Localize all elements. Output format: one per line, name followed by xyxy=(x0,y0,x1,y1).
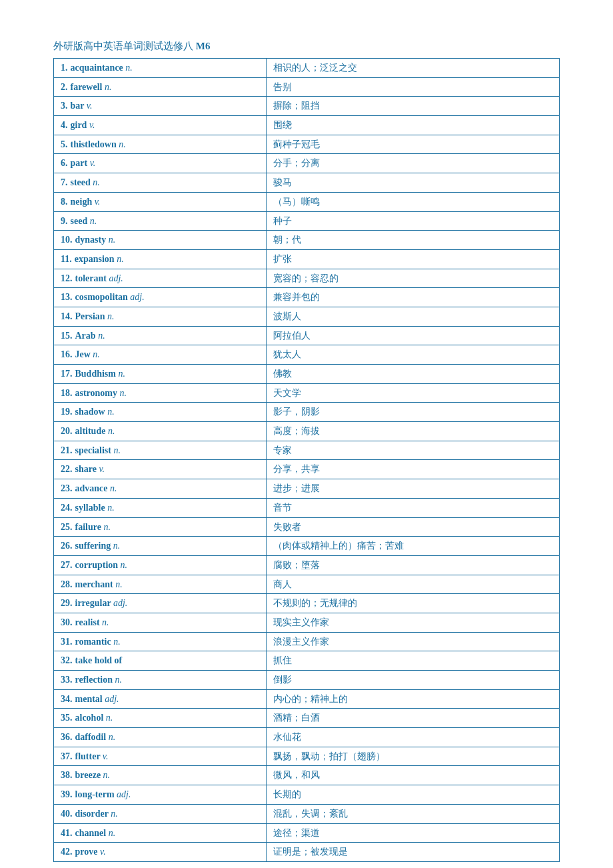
table-row: 25.failure n.失败者 xyxy=(54,517,560,537)
item-pos: n. xyxy=(109,235,116,245)
item-pos: n. xyxy=(109,828,116,838)
item-word: Jew xyxy=(75,349,93,359)
table-row: 6.part v.分手；分离 xyxy=(54,154,560,173)
item-word: farewell xyxy=(71,82,105,92)
vocab-translation: 影子，阴影 xyxy=(266,403,559,422)
vocab-translation: 水仙花 xyxy=(266,728,559,747)
table-row: 10.dynasty n.朝；代 xyxy=(54,231,560,250)
vocab-translation: 扩张 xyxy=(266,249,559,269)
item-word: share xyxy=(75,464,99,474)
table-row: 16.Jew n.犹太人 xyxy=(54,345,560,365)
item-number: 36. xyxy=(61,732,73,742)
table-row: 21.specialist n.专家 xyxy=(54,441,560,460)
table-row: 15.Arab n.阿拉伯人 xyxy=(54,326,560,345)
vocab-translation: 酒精；白酒 xyxy=(266,709,559,728)
item-word: disorder xyxy=(75,809,111,819)
vocab-translation: 高度；海拔 xyxy=(266,422,559,441)
vocab-translation: 分享，共享 xyxy=(266,460,559,479)
vocab-table: 1.acquaintance n.相识的人；泛泛之交2.farewell n.告… xyxy=(53,58,560,862)
item-pos: n. xyxy=(107,311,115,321)
vocab-entry: 18.astronomy n. xyxy=(54,383,267,403)
item-word: daffodil xyxy=(75,732,109,742)
vocab-entry: 25.failure n. xyxy=(54,517,267,537)
table-row: 14.Persian n.波斯人 xyxy=(54,307,560,326)
item-number: 9. xyxy=(61,216,68,226)
vocab-translation: 失败者 xyxy=(266,517,559,537)
item-number: 10. xyxy=(61,235,73,245)
vocab-entry: 42.prove v. xyxy=(54,843,267,862)
vocab-translation: 不规则的；无规律的 xyxy=(266,594,559,613)
table-row: 34.mental adj.内心的；精神上的 xyxy=(54,689,560,709)
item-number: 22. xyxy=(61,464,73,474)
item-word: take hold of xyxy=(75,655,123,665)
vocab-entry: 40.disorder n. xyxy=(54,804,267,823)
vocab-entry: 17.Buddhism n. xyxy=(54,365,267,384)
item-number: 6. xyxy=(61,158,68,168)
vocab-translation: 波斯人 xyxy=(266,307,559,326)
vocab-entry: 30.realist n. xyxy=(54,613,267,632)
vocab-entry: 27.corruption n. xyxy=(54,555,267,575)
vocab-translation: 告别 xyxy=(266,77,559,97)
table-row: 4.gird v.围绕 xyxy=(54,116,560,135)
item-pos: adj. xyxy=(113,598,127,608)
item-word: tolerant xyxy=(75,273,109,283)
table-row: 3.bar v.摒除；阻挡 xyxy=(54,97,560,116)
vocab-translation: 围绕 xyxy=(266,116,559,135)
item-word: thistledown xyxy=(71,139,119,149)
vocab-translation: 内心的；精神上的 xyxy=(266,689,559,709)
vocab-entry: 5.thistledown n. xyxy=(54,135,267,154)
table-row: 8.neigh v.（马）嘶鸣 xyxy=(54,192,560,211)
table-row: 11.expansion n.扩张 xyxy=(54,249,560,269)
vocab-entry: 39.long-term adj. xyxy=(54,785,267,805)
vocab-entry: 34.mental adj. xyxy=(54,689,267,709)
item-word: shadow xyxy=(75,407,108,417)
vocab-translation: 进步；进展 xyxy=(266,479,559,499)
item-word: steed xyxy=(71,177,93,187)
item-pos: v. xyxy=(100,847,106,857)
item-number: 11. xyxy=(61,254,72,264)
vocab-entry: 6.part v. xyxy=(54,154,267,173)
vocab-entry: 2.farewell n. xyxy=(54,77,267,97)
vocab-entry: 29.irregular adj. xyxy=(54,594,267,613)
item-word: merchant xyxy=(75,579,116,589)
item-word: corruption xyxy=(75,560,121,570)
item-number: 40. xyxy=(61,809,73,819)
vocab-translation: 佛教 xyxy=(266,365,559,384)
item-number: 41. xyxy=(61,828,73,838)
vocab-translation: 微风，和风 xyxy=(266,766,559,785)
item-word: suffering xyxy=(75,541,113,551)
item-number: 42. xyxy=(61,847,73,857)
item-word: romantic xyxy=(75,637,114,647)
item-pos: v. xyxy=(87,101,93,111)
item-number: 30. xyxy=(61,617,73,627)
item-pos: adj. xyxy=(105,694,119,704)
vocab-entry: 31.romantic n. xyxy=(54,632,267,651)
vocab-entry: 7.steed n. xyxy=(54,173,267,193)
item-pos: v. xyxy=(89,120,95,130)
item-word: bar xyxy=(71,101,87,111)
item-number: 28. xyxy=(61,579,73,589)
item-number: 38. xyxy=(61,770,73,780)
item-pos: v. xyxy=(99,464,105,474)
table-row: 19.shadow n.影子，阴影 xyxy=(54,403,560,422)
table-row: 30.realist n.现实主义作家 xyxy=(54,613,560,632)
item-number: 14. xyxy=(61,311,73,321)
table-row: 22.share v.分享，共享 xyxy=(54,460,560,479)
item-pos: n. xyxy=(108,426,115,436)
item-word: advance xyxy=(75,483,111,493)
item-number: 3. xyxy=(61,101,68,111)
vocab-entry: 9.seed n. xyxy=(54,211,267,231)
item-word: long-term xyxy=(75,789,117,799)
item-number: 18. xyxy=(61,388,73,398)
item-pos: n. xyxy=(105,82,112,92)
item-pos: n. xyxy=(93,349,100,359)
vocab-entry: 41.channel n. xyxy=(54,823,267,843)
vocab-translation: 蓟种子冠毛 xyxy=(266,135,559,154)
item-pos: v. xyxy=(90,158,96,168)
item-number: 35. xyxy=(61,713,73,723)
vocab-translation: 专家 xyxy=(266,441,559,460)
item-number: 25. xyxy=(61,522,73,532)
vocab-translation: 长期的 xyxy=(266,785,559,805)
item-number: 4. xyxy=(61,120,68,130)
item-number: 21. xyxy=(61,445,73,455)
